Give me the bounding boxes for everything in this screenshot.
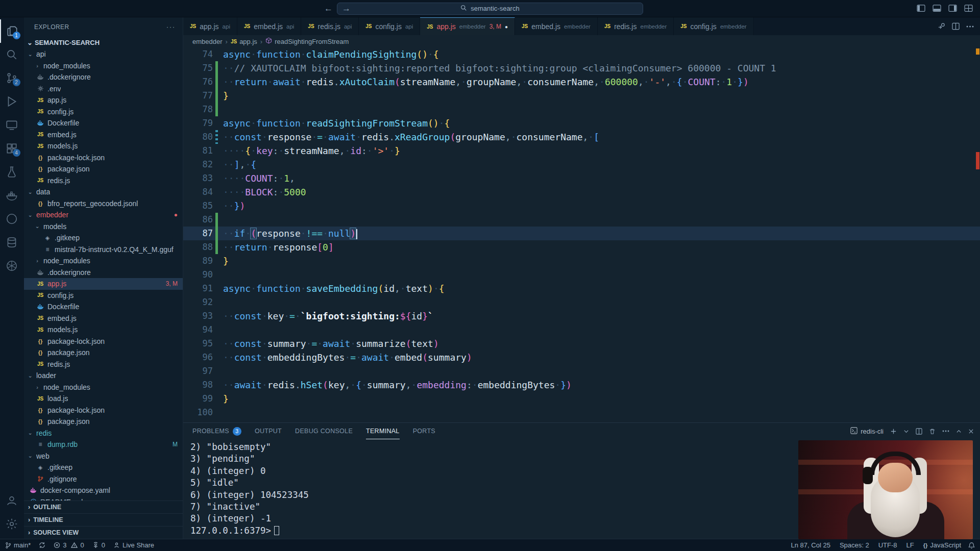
- activity-live-share-icon[interactable]: [0, 207, 24, 231]
- code-line-80[interactable]: 80··const·response·=·await·redis.xReadGr…: [183, 130, 980, 144]
- tab-app.js-api[interactable]: JSapp.jsapi: [183, 17, 237, 35]
- code-line-99[interactable]: 99}: [183, 392, 980, 406]
- tree-file-package-lock.json[interactable]: {}package-lock.json: [24, 405, 183, 416]
- tree-file-readme.md[interactable]: README.md: [24, 496, 183, 501]
- toggle-sidebar-icon[interactable]: [917, 5, 925, 12]
- tab-embed.js-api[interactable]: JSembed.jsapi: [237, 17, 301, 35]
- panel-tab-problems[interactable]: PROBLEMS3: [192, 423, 241, 439]
- breadcrumb-item[interactable]: embedder: [192, 38, 223, 45]
- tree-folder-redis[interactable]: ⌄redis: [24, 428, 183, 439]
- activity-run-debug-icon[interactable]: [0, 90, 24, 113]
- panel-tab-output[interactable]: OUTPUT: [255, 423, 282, 439]
- code-line-79[interactable]: 79async·function·readSightingFromStream(…: [183, 116, 980, 130]
- tree-folder-embedder[interactable]: ⌄embedder●: [24, 209, 183, 221]
- code-line-97[interactable]: 97: [183, 364, 980, 378]
- tree-file-config.js[interactable]: JSconfig.js: [24, 106, 183, 118]
- code-line-83[interactable]: 83····COUNT:·1,: [183, 171, 980, 185]
- customize-layout-icon[interactable]: [964, 5, 973, 12]
- breadcrumb[interactable]: embedder›JSapp.js›readSightingFromStream: [183, 35, 980, 47]
- tree-file-.env[interactable]: .env: [24, 83, 183, 95]
- tree-folder-models[interactable]: ⌄models: [24, 221, 183, 233]
- code-line-100[interactable]: 100: [183, 406, 980, 419]
- tree-folder-data[interactable]: ⌄data: [24, 186, 183, 198]
- tree-file-.dockerignore[interactable]: .dockerignore: [24, 71, 183, 83]
- tab-config.js-embedder[interactable]: JSconfig.jsembedder: [674, 17, 753, 35]
- tree-file-package.json[interactable]: {}package.json: [24, 347, 183, 359]
- editor-more-actions-icon[interactable]: [966, 26, 974, 28]
- code-line-101[interactable]: 101async·function·acknowledgeMessage(id)…: [183, 419, 980, 422]
- activity-extensions-icon[interactable]: 4: [0, 137, 24, 160]
- code-line-89[interactable]: 89}: [183, 254, 980, 268]
- sync-changes-button[interactable]: [39, 542, 45, 548]
- activity-source-control-icon[interactable]: 2: [0, 66, 24, 90]
- nav-back-button[interactable]: ←: [324, 4, 333, 14]
- code-line-88[interactable]: 88··return·response[0]: [183, 240, 980, 254]
- code-line-76[interactable]: 76··return·await·redis.xAutoClaim(stream…: [183, 75, 980, 89]
- tree-folder-node-modules[interactable]: ›node_modules: [24, 255, 183, 267]
- tree-file-dump.rdb[interactable]: ≡dump.rdbM: [24, 439, 183, 450]
- tree-file-dockerfile[interactable]: Dockerfile: [24, 117, 183, 129]
- breadcrumb-item[interactable]: JSapp.js: [231, 38, 257, 45]
- encoding-indicator[interactable]: UTF-8: [878, 541, 897, 549]
- code-line-86[interactable]: 86: [183, 213, 980, 227]
- tree-folder-loader[interactable]: ⌄loader: [24, 370, 183, 382]
- tab-embed.js-embedder[interactable]: JSembed.jsembedder: [515, 17, 598, 35]
- activity-database-icon[interactable]: [0, 231, 24, 254]
- activity-search-icon[interactable]: [0, 43, 24, 66]
- tab-redis.js-embedder[interactable]: JSredis.jsembedder: [598, 17, 674, 35]
- tree-file-.dockerignore[interactable]: .dockerignore: [24, 267, 183, 279]
- tree-file-mistral-7b-instruct-v0.2.q4-k-m.gguf[interactable]: ≡mistral-7b-instruct-v0.2.Q4_K_M.gguf: [24, 244, 183, 256]
- tab-config.js-api[interactable]: JSconfig.jsapi: [359, 17, 420, 35]
- tree-file-package-lock.json[interactable]: {}package-lock.json: [24, 336, 183, 347]
- tree-file-embed.js[interactable]: JSembed.js: [24, 313, 183, 324]
- panel-tab-terminal[interactable]: TERMINAL: [366, 423, 400, 439]
- tree-file-config.js[interactable]: JSconfig.js: [24, 290, 183, 302]
- code-line-91[interactable]: 91async·function·saveEmbedding(id,·text)…: [183, 282, 980, 295]
- sidebar-section-outline[interactable]: ›OUTLINE: [24, 500, 183, 513]
- cursor-position-indicator[interactable]: Ln 87, Col 25: [791, 541, 830, 549]
- activity-kubernetes-icon[interactable]: [0, 254, 24, 278]
- tree-file-load.js[interactable]: JSload.js: [24, 393, 183, 405]
- code-line-81[interactable]: 81····{·key:·streamName,·id:·'>'·}: [183, 144, 980, 158]
- tree-file-redis.js[interactable]: JSredis.js: [24, 175, 183, 187]
- code-line-98[interactable]: 98··await·redis.hSet(key,·{·summary,·emb…: [183, 378, 980, 392]
- code-line-75[interactable]: 75··// XAUTOCLAIM bigfoot:sighting:repor…: [183, 61, 980, 75]
- tree-folder-node-modules[interactable]: ›node_modules: [24, 382, 183, 393]
- close-panel-icon[interactable]: [968, 429, 974, 434]
- nav-forward-button[interactable]: →: [342, 4, 351, 14]
- tab-redis.js-api[interactable]: JSredis.jsapi: [301, 17, 359, 35]
- code-line-84[interactable]: 84····BLOCK:·5000: [183, 185, 980, 199]
- explorer-more-actions-icon[interactable]: ···: [166, 23, 176, 31]
- code-line-93[interactable]: 93··const·key·=·`bigfoot:sighting:${id}`: [183, 309, 980, 323]
- tree-file-package.json[interactable]: {}package.json: [24, 416, 183, 428]
- code-line-96[interactable]: 96··const·embeddingBytes·=·await·embed(s…: [183, 350, 980, 364]
- split-editor-icon[interactable]: [952, 22, 960, 30]
- git-branch-indicator[interactable]: main*: [5, 541, 31, 549]
- toggle-secondary-sidebar-icon[interactable]: [948, 5, 957, 12]
- maximize-panel-icon[interactable]: [956, 429, 962, 434]
- dirty-indicator-icon[interactable]: ●: [505, 24, 508, 30]
- tree-file-embed.js[interactable]: JSembed.js: [24, 129, 183, 141]
- new-terminal-icon[interactable]: [890, 428, 897, 435]
- code-line-95[interactable]: 95··const·summary·=·await·summarize(text…: [183, 337, 980, 350]
- tree-folder-web[interactable]: ⌄web: [24, 450, 183, 462]
- terminal-dropdown-icon[interactable]: [903, 429, 909, 434]
- problems-indicator[interactable]: 3 0: [54, 541, 84, 549]
- activity-docker-icon[interactable]: [0, 184, 24, 207]
- tree-folder-api[interactable]: ⌄api: [24, 48, 183, 60]
- code-line-87[interactable]: 87··if·(response·!==·null): [183, 227, 980, 240]
- code-line-77[interactable]: 77}: [183, 89, 980, 103]
- tree-file-package.json[interactable]: {}package.json: [24, 163, 183, 175]
- activity-testing-icon[interactable]: [0, 160, 24, 184]
- activity-settings-icon[interactable]: [0, 512, 24, 536]
- panel-more-actions-icon[interactable]: [942, 430, 949, 432]
- panel-tab-ports[interactable]: PORTS: [413, 423, 435, 439]
- tree-file-app.js[interactable]: JSapp.js: [24, 94, 183, 106]
- code-line-78[interactable]: 78: [183, 103, 980, 116]
- breadcrumb-item[interactable]: readSightingFromStream: [265, 37, 349, 45]
- code-line-92[interactable]: 92: [183, 295, 980, 309]
- language-mode-indicator[interactable]: {} JavaScript: [923, 541, 961, 549]
- tab-app.js-embedder[interactable]: JSapp.jsembedder3, M●: [420, 17, 515, 35]
- sidebar-section-timeline[interactable]: ›TIMELINE: [24, 513, 183, 526]
- tree-file-docker-compose.yaml[interactable]: docker-compose.yaml: [24, 485, 183, 496]
